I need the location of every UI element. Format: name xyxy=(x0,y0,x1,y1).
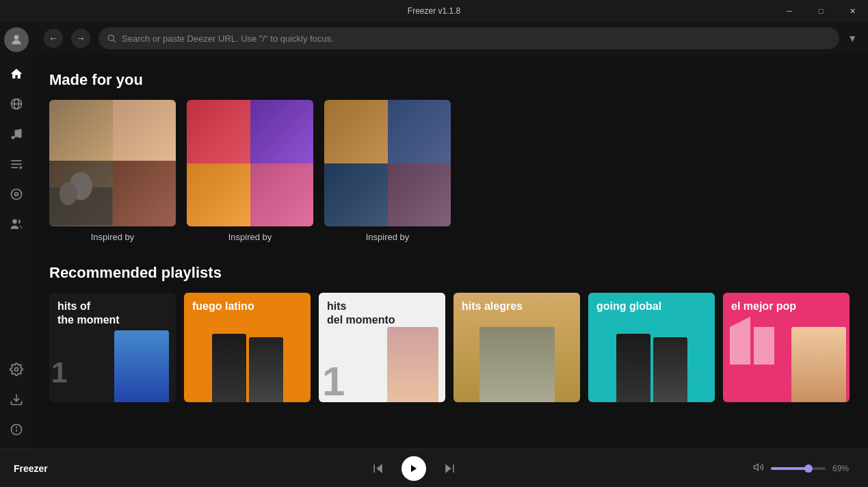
playlist-art-fuego-latino xyxy=(184,327,311,402)
search-placeholder: Search or paste Deezer URL. Use "/" to q… xyxy=(122,34,334,44)
playlist-card-going-global[interactable]: going global xyxy=(588,293,715,402)
skip-back-button[interactable] xyxy=(371,462,385,475)
recommended-playlists-title: Recommended playlists xyxy=(49,264,852,282)
playlist-card-fuego-latino[interactable]: fuego latino xyxy=(184,293,311,402)
back-button[interactable]: ← xyxy=(44,29,63,48)
sidebar-item-download[interactable] xyxy=(3,386,30,413)
titlebar: Freezer v1.1.8 ─ □ ✕ xyxy=(0,0,868,22)
volume-percentage: 69% xyxy=(832,464,854,473)
card-img-3d xyxy=(388,163,451,227)
svg-point-4 xyxy=(12,136,15,140)
nav-dropdown[interactable]: ▼ xyxy=(847,33,857,44)
sidebar xyxy=(0,22,33,449)
card-img-2b xyxy=(250,100,314,163)
svg-marker-9 xyxy=(20,166,23,170)
card-grid-1 xyxy=(49,100,176,226)
sidebar-item-home[interactable] xyxy=(3,60,30,88)
maximize-button[interactable]: □ xyxy=(805,0,837,22)
card-img-1c xyxy=(49,161,113,227)
card-img-3c xyxy=(324,163,388,227)
svg-point-19 xyxy=(108,35,114,40)
inspired-card-1[interactable]: Inspired by xyxy=(49,100,176,242)
svg-text:1: 1 xyxy=(322,358,345,399)
sidebar-item-explore[interactable] xyxy=(3,90,30,118)
playlist-art-el-mejor-pop xyxy=(791,327,846,402)
volume-thumb xyxy=(804,464,813,473)
svg-point-5 xyxy=(18,135,22,138)
inspired-cards-row: Inspired by Inspired by xyxy=(49,100,852,242)
made-for-you-title: Made for you xyxy=(49,71,852,89)
playlist-art-hits-del xyxy=(387,327,438,402)
inspired-card-3[interactable]: Inspired by xyxy=(324,100,451,242)
playlist-card-el-mejor-pop[interactable]: el mejor pop xyxy=(723,293,850,402)
volume-icon[interactable] xyxy=(753,462,764,475)
card-img-1a xyxy=(49,100,113,161)
app-body: ← → Search or paste Deezer URL. Use "/" … xyxy=(0,22,868,449)
sidebar-item-music[interactable] xyxy=(3,120,30,148)
svg-point-0 xyxy=(14,35,19,40)
card-img-1d xyxy=(113,161,176,227)
svg-point-23 xyxy=(60,182,77,205)
sidebar-item-vinyl[interactable] xyxy=(3,181,30,208)
card-img-3b xyxy=(388,100,451,163)
card-img-3a xyxy=(324,100,388,163)
playlist-title-fuego-latino: fuego latino xyxy=(184,293,311,320)
content-wrapper: ← → Search or paste Deezer URL. Use "/" … xyxy=(33,22,868,449)
sidebar-item-queue[interactable] xyxy=(3,150,30,178)
card-img-2d xyxy=(250,163,314,227)
skip-forward-icon xyxy=(443,462,456,475)
titlebar-title: Freezer v1.1.8 xyxy=(408,6,460,16)
sidebar-item-info[interactable] xyxy=(3,416,30,443)
card-grid-2 xyxy=(187,100,313,226)
search-bar[interactable]: Search or paste Deezer URL. Use "/" to q… xyxy=(98,27,839,49)
main-content: Made for you xyxy=(33,55,868,449)
volume-slider[interactable] xyxy=(771,467,826,470)
inspired-card-2[interactable]: Inspired by xyxy=(187,100,313,242)
playlist-art-hits-alegres xyxy=(479,327,555,402)
play-button[interactable] xyxy=(402,456,426,481)
minimize-button[interactable]: ─ xyxy=(774,0,805,22)
titlebar-controls: ─ □ ✕ xyxy=(774,0,868,22)
card-img-2a xyxy=(187,100,250,163)
card-label-3: Inspired by xyxy=(324,232,451,242)
svg-point-14 xyxy=(15,368,18,371)
playlist-cards-row: hits ofthe moment 1 fuego latino xyxy=(49,293,852,402)
player-right: 69% xyxy=(745,462,854,475)
playlist-card-hits-alegres[interactable]: hits alegres xyxy=(453,293,580,402)
playlist-title-going-global: going global xyxy=(588,293,715,320)
search-icon xyxy=(107,34,116,43)
player-bar: Freezer 69% xyxy=(0,449,868,487)
svg-marker-31 xyxy=(754,464,758,470)
card-img-1b xyxy=(113,100,176,161)
navbar: ← → Search or paste Deezer URL. Use "/" … xyxy=(33,22,868,55)
skip-forward-button[interactable] xyxy=(443,462,456,475)
svg-marker-26 xyxy=(376,464,382,473)
card-grid-3 xyxy=(324,100,451,226)
playlist-title-hits-alegres: hits alegres xyxy=(453,293,580,320)
playlist-card-hits-del-momento[interactable]: hitsdel momento 1 xyxy=(319,293,445,402)
svg-line-20 xyxy=(114,40,116,42)
card-img-2c xyxy=(187,163,250,227)
playlist-art-hits-moment: 1 xyxy=(49,327,176,402)
play-icon xyxy=(409,464,419,473)
volume-fill xyxy=(771,467,808,470)
avatar[interactable] xyxy=(4,27,29,52)
svg-point-13 xyxy=(12,220,17,224)
player-brand: Freezer xyxy=(14,463,82,474)
sidebar-item-users[interactable] xyxy=(3,211,30,238)
close-button[interactable]: ✕ xyxy=(837,0,868,22)
svg-point-12 xyxy=(16,194,17,195)
forward-button[interactable]: → xyxy=(71,29,90,48)
svg-text:1: 1 xyxy=(51,356,68,389)
svg-marker-28 xyxy=(410,464,416,472)
card-label-2: Inspired by xyxy=(187,232,313,242)
player-controls xyxy=(82,456,745,481)
playlist-logo-hits-del: 1 xyxy=(322,358,363,399)
card-label-1: Inspired by xyxy=(49,232,176,242)
sidebar-item-settings[interactable] xyxy=(3,356,30,383)
svg-marker-29 xyxy=(445,464,451,473)
playlist-logo-el-mejor-pop xyxy=(723,313,778,368)
playlist-card-hits-moment[interactable]: hits ofthe moment 1 xyxy=(49,293,176,402)
speaker-icon xyxy=(753,462,764,473)
skip-back-icon xyxy=(371,462,385,475)
